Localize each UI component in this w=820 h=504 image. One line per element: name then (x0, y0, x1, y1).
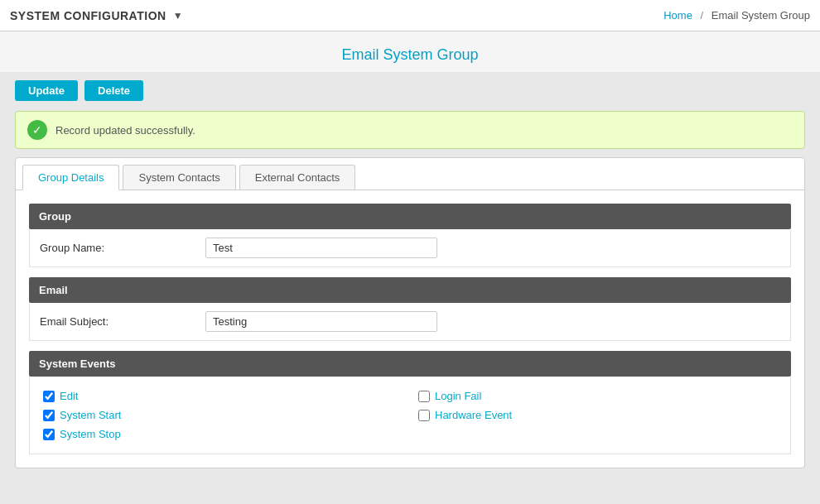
event-edit-label[interactable]: Edit (60, 390, 78, 402)
group-name-row: Group Name: (29, 229, 791, 267)
page-title: Email System Group (0, 46, 820, 64)
event-edit-checkbox[interactable] (43, 391, 55, 402)
event-system-stop-row: System Stop (43, 425, 402, 444)
events-col-right: Login Fail Hardware Event (418, 386, 777, 444)
delete-button[interactable]: Delete (84, 80, 143, 101)
event-login-fail-checkbox[interactable] (418, 391, 430, 402)
tab-content-group-details: Group Group Name: Email Email Subject: S… (16, 190, 804, 468)
breadcrumb-home[interactable]: Home (663, 9, 692, 22)
group-section-header: Group (29, 204, 791, 229)
event-system-start-row: System Start (43, 406, 402, 425)
events-col-left: Edit System Start System Stop (43, 386, 402, 444)
update-button[interactable]: Update (15, 80, 78, 101)
group-section: Group Group Name: (29, 204, 791, 267)
email-section-header: Email (29, 277, 791, 303)
group-name-input[interactable] (205, 238, 437, 258)
event-system-stop-label[interactable]: System Stop (60, 428, 121, 440)
event-system-start-label[interactable]: System Start (60, 409, 121, 421)
success-icon: ✓ (27, 120, 47, 140)
tab-bar: Group Details System Contacts External C… (16, 158, 804, 190)
page-header: Email System Group (0, 31, 820, 72)
toolbar: Update Delete (0, 72, 820, 111)
email-subject-label: Email Subject: (40, 315, 205, 328)
system-events-body: Edit System Start System Stop (29, 377, 791, 454)
event-hardware-event-checkbox[interactable] (418, 410, 430, 421)
breadcrumb-separator: / (701, 9, 704, 22)
event-system-stop-checkbox[interactable] (43, 429, 55, 440)
event-hardware-event-label[interactable]: Hardware Event (435, 409, 512, 421)
nav-left: SYSTEM CONFIGURATION ▼ (10, 9, 183, 22)
event-login-fail-label[interactable]: Login Fail (435, 390, 481, 402)
event-login-fail-row: Login Fail (418, 386, 777, 406)
tab-group-details[interactable]: Group Details (22, 165, 119, 190)
breadcrumb: Home / Email System Group (663, 9, 810, 22)
tab-system-contacts[interactable]: System Contacts (123, 165, 235, 190)
system-events-header: System Events (29, 351, 791, 377)
top-nav: SYSTEM CONFIGURATION ▼ Home / Email Syst… (0, 0, 820, 31)
system-events-section: System Events Edit System Start (29, 351, 791, 454)
email-subject-row: Email Subject: (29, 303, 791, 341)
email-section: Email Email Subject: (29, 277, 791, 341)
event-edit-row: Edit (43, 386, 402, 406)
events-grid: Edit System Start System Stop (43, 386, 777, 444)
tab-external-contacts[interactable]: External Contacts (239, 165, 356, 190)
event-hardware-event-row: Hardware Event (418, 406, 777, 425)
success-banner: ✓ Record updated successfully. (15, 111, 805, 149)
group-name-label: Group Name: (40, 242, 205, 254)
main-card: Group Details System Contacts External C… (15, 157, 805, 468)
app-title: SYSTEM CONFIGURATION (10, 9, 166, 22)
nav-arrow: ▼ (173, 10, 183, 22)
success-message: Record updated successfully. (55, 124, 195, 137)
breadcrumb-current: Email System Group (711, 9, 810, 22)
event-system-start-checkbox[interactable] (43, 410, 55, 421)
email-subject-input[interactable] (205, 311, 437, 332)
